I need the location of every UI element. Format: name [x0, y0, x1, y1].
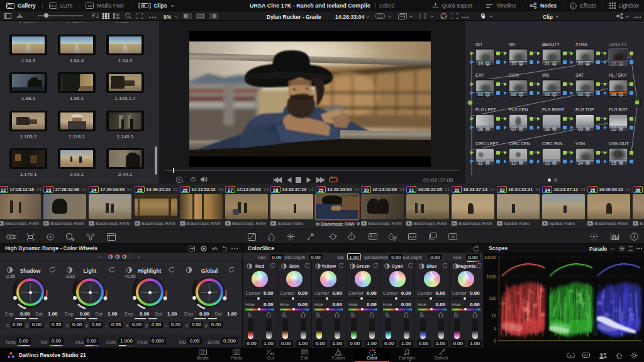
svg-text:100: 100 [489, 296, 496, 300]
svg-text:fx: fx [571, 3, 574, 8]
svg-text:10: 10 [491, 314, 496, 318]
svg-text:HDR: HDR [70, 238, 75, 241]
svg-text:1000: 1000 [486, 275, 496, 279]
svg-text:10000: 10000 [484, 255, 497, 260]
svg-text:0: 0 [494, 339, 496, 343]
svg-text:1: 1 [494, 326, 496, 331]
